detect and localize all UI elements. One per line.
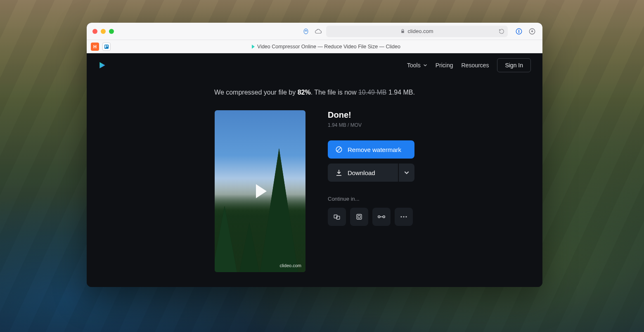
- play-icon: [256, 184, 267, 198]
- summary-percent: 82%: [298, 89, 311, 96]
- svg-point-18: [405, 216, 407, 217]
- svg-rect-6: [105, 45, 107, 47]
- resize-icon: [355, 213, 363, 221]
- download-options-button[interactable]: [399, 164, 414, 182]
- browser-window: clideo.com H Video Compressor Online — R…: [87, 23, 542, 287]
- download-label: Download: [348, 169, 375, 176]
- svg-line-9: [337, 148, 341, 152]
- summary-prefix: We compressed your file by: [214, 89, 298, 96]
- minimize-window-button[interactable]: [101, 29, 106, 34]
- result-panel: Done! 1.94 MB / MOV Remove watermark Dow…: [328, 110, 414, 272]
- merge-icon: [333, 213, 341, 221]
- window-controls: [92, 29, 114, 34]
- svg-point-17: [403, 216, 404, 217]
- site-header: Tools Pricing Resources Sign In: [87, 53, 542, 77]
- continue-row: [328, 208, 414, 226]
- download-icon: [335, 169, 343, 176]
- nav-resources-label: Resources: [461, 62, 489, 69]
- active-tab[interactable]: Video Compressor Online — Reduce Video F…: [114, 44, 538, 50]
- done-heading: Done!: [328, 110, 414, 120]
- downloads-icon[interactable]: [528, 27, 537, 36]
- browser-toolbar: clideo.com: [87, 23, 542, 40]
- chevron-down-icon: [404, 170, 410, 175]
- icloud-tabs-icon[interactable]: [314, 27, 323, 36]
- summary-mid: . The file is now: [311, 89, 358, 96]
- reload-icon[interactable]: [499, 28, 504, 34]
- continue-cut-button[interactable]: [372, 208, 391, 226]
- page-content: Tools Pricing Resources Sign In We compr…: [87, 53, 542, 287]
- tab-strip: H Video Compressor Online — Reduce Video…: [87, 40, 542, 53]
- play-button[interactable]: [215, 110, 305, 272]
- compression-summary: We compressed your file by 82%. The file…: [87, 89, 542, 96]
- svg-rect-12: [357, 214, 362, 219]
- meta-separator: /: [346, 122, 350, 128]
- url-text: clideo.com: [407, 28, 433, 34]
- svg-point-2: [306, 31, 307, 31]
- remove-watermark-label: Remove watermark: [348, 146, 401, 153]
- svg-point-15: [383, 216, 385, 218]
- download-button[interactable]: Download: [328, 164, 398, 182]
- cut-icon: [377, 214, 386, 220]
- chevron-down-icon: [423, 63, 427, 67]
- nav-tools-label: Tools: [407, 62, 421, 69]
- pinned-tab-h[interactable]: H: [91, 43, 99, 51]
- continue-resize-button[interactable]: [350, 208, 368, 226]
- pinned-tab-trello[interactable]: [102, 43, 111, 51]
- watermark-text: clideo.com: [279, 263, 301, 268]
- download-group: Download: [328, 164, 414, 182]
- close-window-button[interactable]: [92, 29, 97, 34]
- nav-pricing-label: Pricing: [436, 62, 453, 69]
- fullscreen-window-button[interactable]: [109, 29, 114, 34]
- svg-point-14: [378, 216, 380, 218]
- svg-point-16: [400, 216, 402, 217]
- sign-in-button[interactable]: Sign In: [497, 58, 531, 72]
- continue-more-button[interactable]: [395, 208, 413, 226]
- file-meta: 1.94 MB / MOV: [328, 122, 414, 128]
- svg-rect-13: [358, 216, 360, 218]
- svg-rect-0: [304, 29, 308, 34]
- address-bar[interactable]: clideo.com: [326, 26, 508, 37]
- remove-watermark-button[interactable]: Remove watermark: [328, 140, 414, 159]
- onepassword-extension-icon[interactable]: [514, 27, 523, 36]
- summary-old-size: 10.49 MB: [358, 89, 386, 96]
- nav-resources[interactable]: Resources: [461, 62, 489, 69]
- more-icon: [400, 216, 407, 218]
- svg-point-1: [305, 31, 305, 31]
- clideo-logo[interactable]: [98, 61, 107, 69]
- lock-icon: [400, 29, 405, 33]
- nav-tools[interactable]: Tools: [407, 62, 427, 69]
- clideo-favicon: [252, 45, 255, 49]
- result-row: clideo.com Done! 1.94 MB / MOV Remove wa…: [87, 110, 542, 272]
- privacy-report-icon[interactable]: [301, 27, 310, 36]
- tab-title-text: Video Compressor Online — Reduce Video F…: [257, 44, 400, 50]
- summary-new-size: 1.94 MB.: [386, 89, 414, 96]
- continue-label: Continue in...: [328, 196, 414, 202]
- file-size: 1.94 MB: [328, 122, 346, 128]
- video-preview: clideo.com: [215, 110, 305, 272]
- no-symbol-icon: [335, 146, 343, 153]
- file-format: MOV: [350, 122, 362, 128]
- continue-merge-button[interactable]: [328, 208, 346, 226]
- nav-pricing[interactable]: Pricing: [436, 62, 453, 69]
- svg-rect-7: [107, 45, 108, 47]
